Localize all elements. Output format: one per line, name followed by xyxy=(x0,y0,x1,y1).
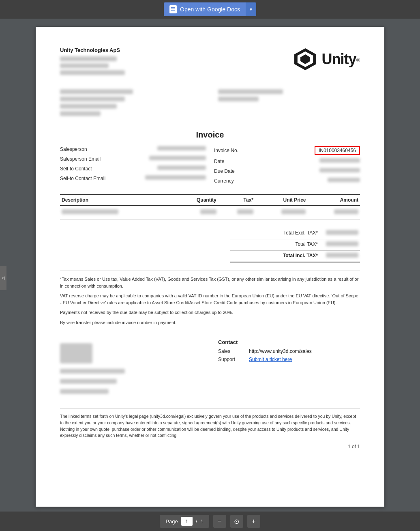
ship-to-block xyxy=(218,89,360,118)
total-excl-tax-label: Total Excl. TAX* xyxy=(232,230,326,237)
total-excl-tax-value xyxy=(326,230,358,235)
contact-section: Contact Sales http://www.unity3d.com/sal… xyxy=(60,334,360,396)
chevron-down-icon: ▾ xyxy=(250,6,252,12)
page-number-input[interactable] xyxy=(181,517,193,526)
zoom-out-button[interactable]: − xyxy=(213,515,226,528)
sell-to-contact-email-value xyxy=(145,175,206,180)
company-logo-blurred xyxy=(60,343,92,363)
footer-disclaimer: The linked terms set forth on Unity's le… xyxy=(60,408,360,439)
table-row xyxy=(60,206,360,220)
invoice-page: Unity Technologies ApS Unity® xyxy=(36,27,384,507)
vat-note: VAT reverse charge may be applicable to … xyxy=(60,292,360,306)
bill-to-line4 xyxy=(60,111,101,116)
due-date-value xyxy=(319,168,360,172)
contact-company-line2 xyxy=(60,379,117,384)
unity-logo-mark-icon xyxy=(293,47,317,71)
total-tax-value xyxy=(326,241,358,246)
bill-to-line1 xyxy=(60,89,133,94)
contact-title: Contact xyxy=(218,339,360,345)
tax-note: *Tax means Sales or Use tax, Value Added… xyxy=(60,276,360,289)
invoice-number-value: IN010003460456 xyxy=(315,146,360,155)
company-address-line1 xyxy=(60,56,117,61)
open-docs-dropdown-button[interactable]: ▾ xyxy=(246,2,256,16)
row-amount xyxy=(307,206,360,220)
total-incl-tax-row: Total Incl. TAX* xyxy=(230,251,360,262)
sell-to-contact-label: Sell-to Contact xyxy=(60,166,109,172)
zoom-in-button[interactable]: + xyxy=(247,515,260,528)
zoom-icon: ⊙ xyxy=(234,518,239,525)
document-header: Unity Technologies ApS Unity® xyxy=(60,47,360,77)
sell-to-contact-row: Sell-to Contact xyxy=(60,166,206,172)
invoice-number-row: Invoice No. IN010003460456 xyxy=(214,146,360,155)
payment-note: Payments not received by the due date ma… xyxy=(60,309,360,316)
total-tax-label: Total TAX* xyxy=(232,241,326,248)
date-label: Date xyxy=(214,159,263,164)
contact-company-line3 xyxy=(60,389,109,394)
unity-logo-text-area: Unity® xyxy=(321,51,360,68)
contact-logo-area xyxy=(60,339,202,396)
top-toolbar: Open with Google Docs ▾ xyxy=(0,0,420,19)
contact-support-link[interactable]: Submit a ticket here xyxy=(249,357,292,362)
bill-to-block xyxy=(60,89,202,118)
google-docs-icon xyxy=(169,5,177,13)
wire-transfer-note: By wire transfer please include invoice … xyxy=(60,319,360,326)
salesperson-label: Salesperson xyxy=(60,146,109,152)
total-tax-row: Total TAX* xyxy=(230,239,360,251)
currency-label: Currency xyxy=(214,178,263,184)
ship-to-line1 xyxy=(218,89,283,94)
totals-table: Total Excl. TAX* Total TAX* Total Incl. … xyxy=(230,228,360,262)
unity-logo: Unity® xyxy=(293,47,360,71)
page-number: 1 of 1 xyxy=(60,444,360,449)
salesperson-email-value xyxy=(149,156,206,160)
col-amount: Amount xyxy=(307,194,360,206)
left-edge-tab[interactable]: ◁ xyxy=(0,266,6,290)
open-docs-label: Open with Google Docs xyxy=(180,6,240,13)
contact-company-line1 xyxy=(60,369,125,374)
row-quantity xyxy=(174,206,218,220)
table-header-row: Description Quantity Tax* Unit Price Amo… xyxy=(60,194,360,206)
currency-row: Currency xyxy=(214,178,360,184)
zoom-button[interactable]: ⊙ xyxy=(230,515,243,528)
document-area: Unity Technologies ApS Unity® xyxy=(0,19,420,531)
currency-value xyxy=(328,178,360,182)
notes-section: *Tax means Sales or Use tax, Value Added… xyxy=(60,271,360,326)
company-address-line3 xyxy=(60,70,125,75)
bill-to-line3 xyxy=(60,104,117,109)
due-date-label: Due Date xyxy=(214,168,263,174)
left-tab-icon: ◁ xyxy=(1,275,6,280)
page-indicator: Page / 1 xyxy=(160,515,209,528)
sell-to-contact-email-row: Sell-to Contact Email xyxy=(60,175,206,182)
invoice-number-label: Invoice No. xyxy=(214,148,263,153)
meta-right: Invoice No. IN010003460456 Date Due Date… xyxy=(214,146,360,184)
total-incl-tax-value xyxy=(326,253,358,258)
unity-brand-text: Unity xyxy=(321,51,356,67)
col-description: Description xyxy=(60,194,174,206)
total-incl-tax-label: Total Incl. TAX* xyxy=(232,253,326,260)
contact-sales-value: http://www.unity3d.com/sales xyxy=(249,348,312,354)
zoom-in-icon: + xyxy=(252,518,255,525)
row-description xyxy=(60,206,174,220)
bottom-toolbar: Page / 1 − ⊙ + xyxy=(0,512,420,531)
page-label: Page xyxy=(165,518,178,525)
company-name: Unity Technologies ApS xyxy=(60,47,293,53)
contact-support-label: Support xyxy=(218,357,242,362)
due-date-row: Due Date xyxy=(214,168,360,174)
invoice-title: Invoice xyxy=(60,130,360,140)
row-tax xyxy=(218,206,255,220)
open-with-google-docs-button[interactable]: Open with Google Docs xyxy=(164,2,246,16)
disclaimer-text: The linked terms set forth on Unity's le… xyxy=(60,413,360,439)
col-quantity: Quantity xyxy=(174,194,218,206)
company-address-line2 xyxy=(60,63,109,68)
contact-sales-row: Sales http://www.unity3d.com/sales xyxy=(218,348,360,354)
salesperson-email-row: Salesperson Email xyxy=(60,156,206,162)
totals-section: Total Excl. TAX* Total TAX* Total Incl. … xyxy=(60,228,360,262)
invoice-table: Description Quantity Tax* Unit Price Amo… xyxy=(60,194,360,220)
sell-to-contact-value xyxy=(157,166,206,170)
page-separator: / xyxy=(196,518,197,525)
salesperson-value xyxy=(157,146,206,150)
date-row: Date xyxy=(214,158,360,165)
ship-to-line2 xyxy=(218,97,259,101)
addresses-section xyxy=(60,89,360,118)
unity-registered-mark: ® xyxy=(356,57,360,63)
page-total: 1 xyxy=(200,518,203,525)
